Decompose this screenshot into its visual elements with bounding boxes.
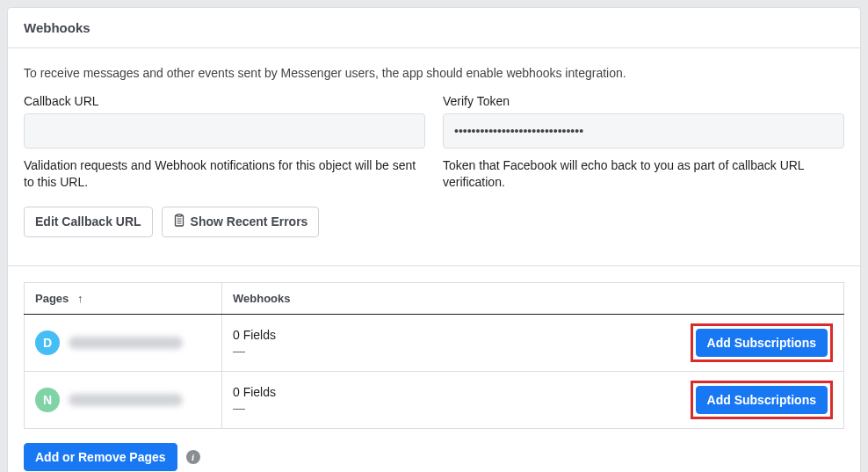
- fields-row: Callback URL Validation requests and Web…: [24, 94, 844, 191]
- page-cell: N: [35, 388, 211, 412]
- show-recent-errors-button[interactable]: Show Recent Errors: [162, 207, 320, 237]
- fields-count: 0 Fields: [233, 385, 276, 399]
- table-row: D 0 Fields —: [25, 314, 844, 371]
- fields-count: 0 Fields: [233, 328, 276, 342]
- card-title: Webhooks: [24, 20, 90, 35]
- edit-callback-url-button[interactable]: Edit Callback URL: [24, 207, 153, 237]
- callback-url-help: Validation requests and Webhook notifica…: [24, 157, 425, 191]
- page-name-redacted: [69, 394, 183, 406]
- avatar: N: [35, 388, 60, 412]
- highlight-box: Add Subscriptions: [691, 323, 833, 362]
- table-row: N 0 Fields —: [25, 371, 844, 428]
- page-name-redacted: [69, 337, 183, 349]
- add-subscriptions-label: Add Subscriptions: [707, 393, 816, 407]
- webhooks-card: Webhooks To receive messages and other e…: [7, 7, 861, 472]
- show-recent-errors-label: Show Recent Errors: [191, 214, 308, 229]
- svg-rect-1: [177, 214, 181, 216]
- edit-callback-url-label: Edit Callback URL: [35, 214, 141, 229]
- page-cell: D: [35, 330, 211, 355]
- card-header: Webhooks: [8, 8, 860, 48]
- action-buttons-row: Edit Callback URL Show Recent Errors: [24, 207, 844, 237]
- avatar: D: [35, 330, 60, 355]
- add-remove-pages-button[interactable]: Add or Remove Pages: [24, 443, 177, 471]
- callback-col: Callback URL Validation requests and Web…: [24, 94, 425, 191]
- card-body: To receive messages and other events sen…: [8, 48, 860, 251]
- description-text: To receive messages and other events sen…: [24, 66, 844, 80]
- verify-token-input[interactable]: [443, 113, 844, 149]
- webhook-info: 0 Fields —: [233, 328, 276, 358]
- bottom-actions: Add or Remove Pages i: [24, 443, 844, 471]
- verify-col: Verify Token Token that Facebook will ec…: [443, 94, 844, 191]
- webhooks-column-header: Webhooks: [222, 282, 844, 314]
- avatar-letter: N: [43, 393, 52, 407]
- webhook-cell: 0 Fields — Add Subscriptions: [233, 381, 833, 419]
- info-icon[interactable]: i: [186, 450, 200, 464]
- pages-table: Pages ↑ Webhooks D: [24, 282, 844, 429]
- verify-token-help: Token that Facebook will echo back to yo…: [443, 157, 844, 191]
- add-subscriptions-button[interactable]: Add Subscriptions: [696, 329, 828, 357]
- fields-dash: —: [233, 344, 276, 358]
- add-subscriptions-button[interactable]: Add Subscriptions: [696, 386, 828, 414]
- webhooks-column-label: Webhooks: [233, 292, 291, 305]
- highlight-box: Add Subscriptions: [691, 381, 833, 419]
- webhook-info: 0 Fields —: [233, 385, 276, 415]
- clipboard-icon: [173, 214, 185, 230]
- pages-section: Pages ↑ Webhooks D: [8, 266, 860, 472]
- callback-url-label: Callback URL: [24, 94, 425, 108]
- webhook-cell: 0 Fields — Add Subscriptions: [233, 323, 833, 362]
- sort-up-icon: ↑: [77, 292, 83, 305]
- pages-column-header[interactable]: Pages ↑: [25, 282, 222, 314]
- add-subscriptions-label: Add Subscriptions: [707, 336, 816, 350]
- avatar-letter: D: [43, 336, 52, 350]
- fields-dash: —: [233, 401, 276, 415]
- callback-url-input[interactable]: [24, 113, 425, 149]
- add-remove-pages-label: Add or Remove Pages: [35, 450, 166, 464]
- verify-token-label: Verify Token: [443, 94, 844, 108]
- pages-column-label: Pages: [35, 292, 69, 305]
